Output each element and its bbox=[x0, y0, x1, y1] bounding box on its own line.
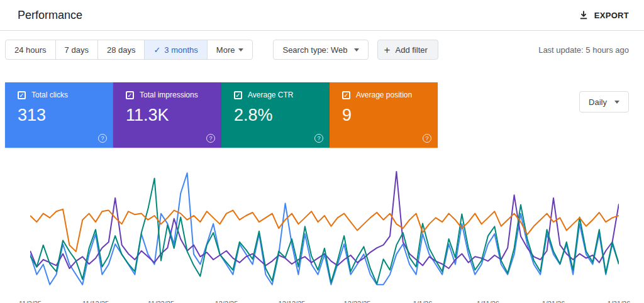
metric-value: 2.8% bbox=[234, 106, 330, 125]
metric-value: 11.3K bbox=[126, 106, 221, 125]
metric-label: Average position bbox=[356, 91, 412, 99]
metric-card-average-ctr[interactable]: Average CTR 2.8% bbox=[221, 82, 330, 148]
checkbox-checked-icon[interactable] bbox=[234, 91, 242, 99]
page-title: Performance bbox=[18, 9, 82, 22]
x-tick-label: 1/31/26 bbox=[608, 300, 631, 303]
add-filter-button[interactable]: + Add filter bbox=[377, 40, 438, 60]
date-range-28-days[interactable]: 28 days bbox=[97, 40, 145, 60]
date-range-group: 24 hours 7 days 28 days ✓ 3 months More bbox=[5, 40, 253, 60]
date-range-label: More bbox=[216, 45, 235, 55]
date-range-label: 28 days bbox=[107, 45, 136, 55]
granularity-label: Daily bbox=[589, 97, 607, 107]
x-tick-label: 11/22/25 bbox=[148, 300, 174, 303]
help-icon[interactable] bbox=[206, 134, 215, 143]
x-tick-label: 1/11/26 bbox=[477, 300, 499, 303]
x-tick-label: 1/21/26 bbox=[542, 300, 565, 303]
chevron-down-icon bbox=[614, 101, 619, 104]
granularity-dropdown[interactable]: Daily bbox=[579, 91, 629, 113]
help-icon[interactable] bbox=[314, 134, 323, 143]
x-tick-label: 11/12/25 bbox=[82, 300, 109, 303]
help-icon[interactable] bbox=[423, 134, 431, 143]
metric-value: 313 bbox=[18, 106, 113, 125]
last-update-text: Last update: 5 hours ago bbox=[538, 45, 629, 55]
date-range-label: 3 months bbox=[164, 45, 197, 55]
metric-label: Average CTR bbox=[248, 91, 293, 99]
checkbox-checked-icon[interactable] bbox=[18, 91, 26, 99]
metric-card-total-impressions[interactable]: Total impressions 11.3K bbox=[113, 82, 221, 148]
x-tick-label: 12/22/25 bbox=[344, 300, 371, 303]
date-range-label: 7 days bbox=[65, 45, 89, 55]
chart-line-clicks bbox=[30, 173, 619, 285]
x-axis-ticks: 11/2/2511/12/2511/22/2512/2/2512/12/2512… bbox=[30, 299, 619, 303]
metric-label: Total impressions bbox=[140, 91, 198, 99]
chevron-down-icon bbox=[354, 48, 359, 52]
plus-icon: + bbox=[384, 45, 391, 55]
checkbox-checked-icon[interactable] bbox=[126, 91, 134, 99]
metric-label: Total clicks bbox=[31, 91, 68, 99]
check-icon: ✓ bbox=[153, 45, 160, 55]
search-type-dropdown[interactable]: Search type: Web bbox=[273, 40, 368, 60]
x-tick-label: 12/12/25 bbox=[279, 300, 306, 303]
date-range-24-hours[interactable]: 24 hours bbox=[5, 40, 56, 60]
metric-value: 9 bbox=[342, 106, 438, 125]
metric-card-average-position[interactable]: Average position 9 bbox=[330, 82, 438, 148]
export-button[interactable]: EXPORT bbox=[578, 9, 629, 21]
x-tick-label: 12/2/25 bbox=[215, 300, 238, 303]
metric-card-total-clicks[interactable]: Total clicks 313 bbox=[5, 82, 113, 148]
date-range-3-months[interactable]: ✓ 3 months bbox=[144, 40, 207, 60]
export-label: EXPORT bbox=[594, 11, 629, 20]
download-icon bbox=[578, 9, 589, 21]
metric-cards-row: Total clicks 313 Total impressions 11.3K… bbox=[5, 82, 629, 148]
page-header: Performance EXPORT bbox=[0, 0, 644, 30]
search-type-label: Search type: Web bbox=[282, 45, 347, 55]
x-tick-label: 1/1/26 bbox=[413, 300, 433, 303]
date-range-label: 24 hours bbox=[14, 45, 47, 55]
checkbox-checked-icon[interactable] bbox=[342, 91, 350, 99]
date-range-7-days[interactable]: 7 days bbox=[55, 40, 98, 60]
filter-bar: 24 hours 7 days 28 days ✓ 3 months More … bbox=[0, 31, 644, 69]
chevron-down-icon bbox=[238, 48, 243, 52]
x-tick-label: 11/2/25 bbox=[19, 300, 42, 303]
performance-chart-svg[interactable] bbox=[30, 163, 619, 295]
help-icon[interactable] bbox=[98, 134, 107, 143]
add-filter-label: Add filter bbox=[396, 45, 428, 55]
date-range-more[interactable]: More bbox=[207, 40, 253, 60]
performance-chart[interactable] bbox=[30, 163, 619, 295]
